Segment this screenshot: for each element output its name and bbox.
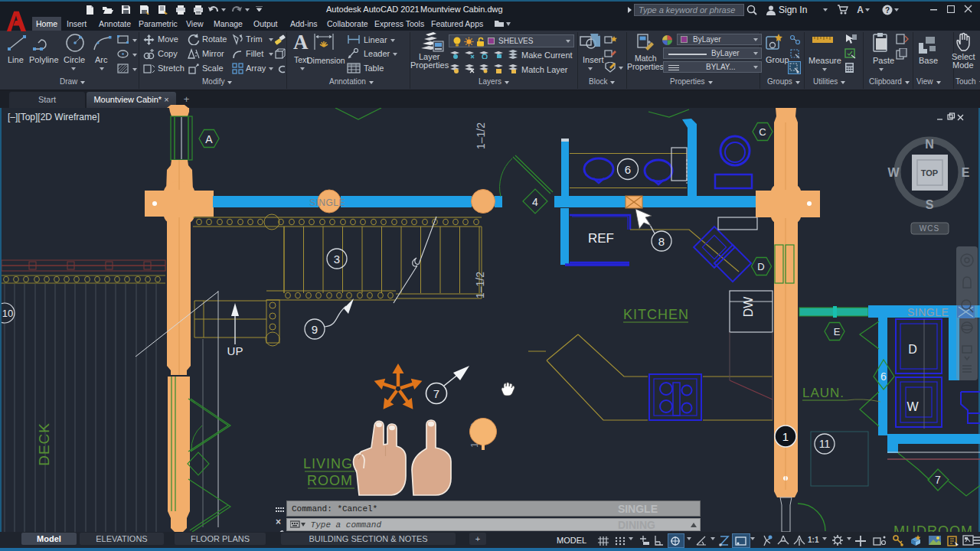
svg-text:SINGLE: SINGLE — [309, 197, 345, 208]
svg-text:6: 6 — [625, 163, 631, 176]
svg-text:DW: DW — [742, 296, 755, 318]
svg-text:3: 3 — [334, 253, 340, 266]
svg-text:LIVING: LIVING — [303, 456, 353, 471]
svg-text:9: 9 — [312, 323, 318, 336]
svg-text:?: ? — [885, 6, 890, 15]
svg-text:1–1/2: 1–1/2 — [475, 122, 487, 149]
svg-text:D: D — [908, 343, 917, 356]
svg-text:C: C — [759, 126, 766, 138]
svg-text:4: 4 — [532, 196, 538, 208]
svg-text:LAUN.: LAUN. — [802, 386, 844, 400]
svg-text:1: 1 — [782, 430, 789, 443]
svg-text:W: W — [887, 166, 900, 179]
svg-text:A: A — [205, 133, 213, 145]
svg-text:11: 11 — [819, 438, 831, 450]
svg-text:W: W — [906, 400, 919, 413]
svg-text:WCS: WCS — [920, 224, 939, 233]
svg-text:ROOM: ROOM — [307, 473, 353, 488]
svg-text:N: N — [925, 138, 934, 151]
svg-text:DECK: DECK — [36, 422, 52, 466]
svg-text:S: S — [926, 198, 934, 211]
svg-text:KITCHEN: KITCHEN — [623, 307, 689, 322]
svg-text:E: E — [834, 326, 841, 337]
svg-text:7: 7 — [433, 387, 439, 400]
svg-text:1–1/2: 1–1/2 — [474, 272, 486, 298]
svg-text:E: E — [962, 166, 970, 179]
svg-text:MUDROOM: MUDROOM — [893, 523, 973, 532]
svg-text:SINGLE: SINGLE — [907, 306, 949, 318]
svg-text:8: 8 — [658, 235, 665, 248]
svg-text:UP: UP — [227, 344, 243, 357]
svg-text:10: 10 — [2, 308, 13, 319]
svg-text:7: 7 — [935, 474, 941, 486]
svg-text:TOP: TOP — [921, 168, 938, 178]
svg-text:REF: REF — [588, 231, 614, 246]
svg-text:D: D — [757, 261, 764, 272]
svg-text:[–][Top][2D Wireframe]: [–][Top][2D Wireframe] — [8, 112, 100, 122]
svg-text:6: 6 — [880, 370, 887, 383]
